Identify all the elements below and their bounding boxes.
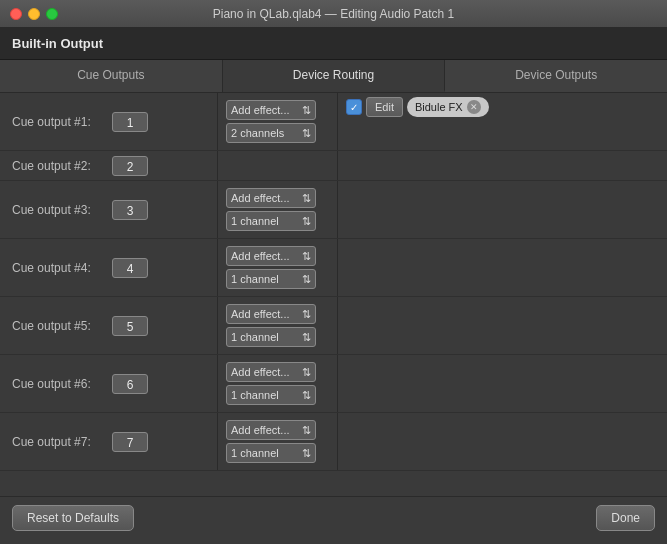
tab-device-routing[interactable]: Device Routing: [223, 60, 446, 92]
arrow-icon: ⇅: [302, 366, 311, 379]
cue-label-cell-4: Cue output #4: 4: [0, 239, 218, 296]
right-cell-4: [338, 239, 667, 296]
effect-checkbox-1[interactable]: ✓: [346, 99, 362, 115]
channel-select-4[interactable]: 1 channel ⇅: [226, 269, 316, 289]
effect-tag-row-1: ✓ Edit Bidule FX ✕: [346, 97, 489, 117]
channel-select-3[interactable]: 1 channel ⇅: [226, 211, 316, 231]
cue-label-1: Cue output #1:: [12, 111, 112, 133]
cue-row-1: Cue output #1: 1 Add effect... ⇅ 2 chann…: [0, 93, 667, 151]
arrow-icon: ⇅: [302, 424, 311, 437]
tab-bar: Cue Outputs Device Routing Device Output…: [0, 60, 667, 93]
cue-label-5: Cue output #5:: [12, 315, 112, 337]
middle-cell-5: Add effect... ⇅ 1 channel ⇅: [218, 297, 338, 354]
middle-cell-7: Add effect... ⇅ 1 channel ⇅: [218, 413, 338, 470]
arrow-icon: ⇅: [302, 308, 311, 321]
cue-row-7: Cue output #7: 7 Add effect... ⇅ 1 chann…: [0, 413, 667, 471]
add-effect-5[interactable]: Add effect... ⇅: [226, 304, 316, 324]
tab-device-outputs[interactable]: Device Outputs: [445, 60, 667, 92]
traffic-lights: [10, 8, 58, 20]
arrow-icon: ⇅: [302, 215, 311, 228]
cue-label-7: Cue output #7:: [12, 431, 112, 453]
right-cell-7: [338, 413, 667, 470]
effect-tag-1: Bidule FX ✕: [407, 97, 489, 117]
cue-label-cell-5: Cue output #5: 5: [0, 297, 218, 354]
right-cell-3: [338, 181, 667, 238]
middle-cell-6: Add effect... ⇅ 1 channel ⇅: [218, 355, 338, 412]
cue-row-2: Cue output #2: 2: [0, 151, 667, 181]
right-cell-2: [338, 151, 667, 180]
cue-value-1[interactable]: 1: [112, 112, 148, 132]
right-cell-5: [338, 297, 667, 354]
cue-row-6: Cue output #6: 6 Add effect... ⇅ 1 chann…: [0, 355, 667, 413]
cue-label-6: Cue output #6:: [12, 373, 112, 395]
cue-label-4: Cue output #4:: [12, 257, 112, 279]
channel-select-5[interactable]: 1 channel ⇅: [226, 327, 316, 347]
middle-cell-4: Add effect... ⇅ 1 channel ⇅: [218, 239, 338, 296]
right-cell-1: ✓ Edit Bidule FX ✕: [338, 93, 667, 150]
effect-remove-1[interactable]: ✕: [467, 100, 481, 114]
middle-cell-3: Add effect... ⇅ 1 channel ⇅: [218, 181, 338, 238]
cue-value-7[interactable]: 7: [112, 432, 148, 452]
edit-button-1[interactable]: Edit: [366, 97, 403, 117]
cue-row-5: Cue output #5: 5 Add effect... ⇅ 1 chann…: [0, 297, 667, 355]
cue-label-cell-3: Cue output #3: 3: [0, 181, 218, 238]
cue-row-3: Cue output #3: 3 Add effect... ⇅ 1 chann…: [0, 181, 667, 239]
main-content: Cue output #1: 1 Add effect... ⇅ 2 chann…: [0, 93, 667, 496]
reset-defaults-button[interactable]: Reset to Defaults: [12, 505, 134, 531]
channel-select-7[interactable]: 1 channel ⇅: [226, 443, 316, 463]
patch-name: Built-in Output: [12, 36, 103, 51]
tab-cue-outputs[interactable]: Cue Outputs: [0, 60, 223, 92]
cue-label-2: Cue output #2:: [12, 155, 112, 177]
cue-value-4[interactable]: 4: [112, 258, 148, 278]
add-effect-1[interactable]: Add effect... ⇅: [226, 100, 316, 120]
cue-row-4: Cue output #4: 4 Add effect... ⇅ 1 chann…: [0, 239, 667, 297]
arrow-icon: ⇅: [302, 331, 311, 344]
patch-header: Built-in Output: [0, 28, 667, 60]
cue-label-cell-6: Cue output #6: 6: [0, 355, 218, 412]
cue-label-cell-7: Cue output #7: 7: [0, 413, 218, 470]
arrow-icon: ⇅: [302, 192, 311, 205]
close-icon: ✕: [470, 102, 478, 112]
window-title: Piano in QLab.qlab4 — Editing Audio Patc…: [213, 7, 455, 21]
done-button[interactable]: Done: [596, 505, 655, 531]
channel-select-6[interactable]: 1 channel ⇅: [226, 385, 316, 405]
arrow-icon: ⇅: [302, 127, 311, 140]
middle-cell-1: Add effect... ⇅ 2 channels ⇅: [218, 93, 338, 150]
minimize-button[interactable]: [28, 8, 40, 20]
add-effect-4[interactable]: Add effect... ⇅: [226, 246, 316, 266]
add-effect-6[interactable]: Add effect... ⇅: [226, 362, 316, 382]
effect-name-1: Bidule FX: [415, 101, 463, 113]
add-effect-7[interactable]: Add effect... ⇅: [226, 420, 316, 440]
arrow-icon: ⇅: [302, 250, 311, 263]
cue-value-3[interactable]: 3: [112, 200, 148, 220]
check-icon: ✓: [350, 102, 358, 113]
maximize-button[interactable]: [46, 8, 58, 20]
middle-cell-2: [218, 151, 338, 180]
cue-value-2[interactable]: 2: [112, 156, 148, 176]
cue-label-3: Cue output #3:: [12, 199, 112, 221]
arrow-icon: ⇅: [302, 447, 311, 460]
close-button[interactable]: [10, 8, 22, 20]
cue-label-cell-1: Cue output #1: 1: [0, 93, 218, 150]
cue-label-cell-2: Cue output #2: 2: [0, 151, 218, 180]
channel-select-1[interactable]: 2 channels ⇅: [226, 123, 316, 143]
cue-value-5[interactable]: 5: [112, 316, 148, 336]
arrow-icon: ⇅: [302, 273, 311, 286]
arrow-icon: ⇅: [302, 104, 311, 117]
titlebar: Piano in QLab.qlab4 — Editing Audio Patc…: [0, 0, 667, 28]
right-cell-6: [338, 355, 667, 412]
add-effect-3[interactable]: Add effect... ⇅: [226, 188, 316, 208]
arrow-icon: ⇅: [302, 389, 311, 402]
bottom-bar: Reset to Defaults Done: [0, 496, 667, 538]
cue-value-6[interactable]: 6: [112, 374, 148, 394]
